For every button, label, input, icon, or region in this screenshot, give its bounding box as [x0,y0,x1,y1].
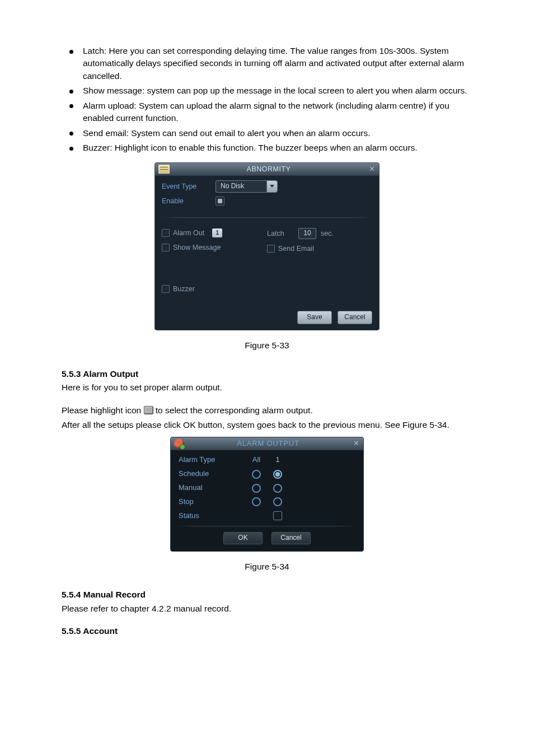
bullet-item: Show message: system can pop up the mess… [62,85,472,97]
para-alarm-output-3: After all the setups please click OK but… [62,419,472,431]
bullet-item: Alarm upload: System can upload the alar… [62,100,472,125]
event-type-select[interactable]: No Disk [216,180,278,193]
alarm-out-checkbox[interactable] [162,229,170,237]
alarm-out-channel-1[interactable]: 1 [212,228,222,237]
chevron-down-icon[interactable] [266,181,277,192]
status-1-indicator [273,511,282,520]
bullet-list: Latch: Here you can set corresponding de… [62,45,472,155]
stop-1-radio[interactable] [273,497,282,506]
cancel-button[interactable]: Cancel [271,532,311,544]
col-1: 1 [267,455,288,465]
close-icon[interactable]: ✕ [368,164,376,174]
abnormity-dialog: ABNORMITY ✕ Event Type No Disk Enable [154,162,380,330]
para-alarm-output-2: Please highlight icon to select the corr… [62,404,472,417]
show-message-checkbox[interactable] [162,244,170,251]
alarm-output-system-icon [174,438,184,449]
bullet-item: Send email: System can send out email to… [62,127,472,139]
abnormity-titlebar: ABNORMITY ✕ [155,163,379,176]
row-label-schedule: Schedule [179,469,246,479]
manual-all-radio[interactable] [252,484,261,493]
event-type-label: Event Type [162,181,216,192]
separator [176,526,358,526]
figure-caption-534: Figure 5-34 [62,561,472,573]
row-label-status: Status [179,511,246,521]
figure-caption-533: Figure 5-33 [62,339,472,352]
send-email-label: Send Email [278,244,314,254]
alarm-output-dialog: ALARM OUTPUT ✕ Alarm Type All 1 Schedule… [170,437,364,551]
row-label-stop: Stop [179,497,246,507]
bullet-item: Buzzer: Highlight icon to enable this fu… [62,142,472,154]
latch-input[interactable]: 10 [298,228,316,239]
abnormity-body: Event Type No Disk Enable Alarm Out 1 [155,176,379,330]
buzzer-label: Buzzer [173,284,195,294]
abnormity-system-icon [158,165,170,174]
stop-all-radio[interactable] [252,497,261,506]
heading-manual-record: 5.5.4 Manual Record [62,589,472,601]
enable-label: Enable [162,196,216,206]
event-type-value: No Disk [216,181,266,191]
para-manual-record: Please refer to chapter 4.2.2 manual rec… [62,603,472,615]
ok-button[interactable]: OK [223,532,263,544]
schedule-1-radio[interactable] [273,470,282,479]
para-alarm-output-2b: to select the corresponding alarm output… [156,405,313,415]
col-all: All [246,455,267,465]
highlight-icon [144,406,153,414]
latch-label: Latch [267,228,294,239]
close-icon[interactable]: ✕ [352,438,360,449]
alarm-output-title: ALARM OUTPUT [184,438,352,449]
send-email-checkbox[interactable] [267,245,275,253]
latch-unit: sec. [321,228,334,239]
row-label-manual: Manual [179,483,246,493]
alarm-output-titlebar: ALARM OUTPUT ✕ [171,437,363,450]
alarm-out-label: Alarm Out [173,228,204,238]
alarm-output-table: Alarm Type All 1 Schedule Manual Stop St… [179,455,355,521]
row-label-alarm-type: Alarm Type [179,455,246,465]
buzzer-checkbox[interactable] [162,285,170,293]
show-message-label: Show Message [173,242,221,253]
para-alarm-output-2a: Please highlight icon [62,405,144,415]
heading-account: 5.5.5 Account [62,625,472,637]
save-button[interactable]: Save [297,311,332,324]
para-alarm-output-1: Here is for you to set proper alarm outp… [62,381,472,394]
heading-alarm-output: 5.5.3 Alarm Output [62,368,472,380]
alarm-output-body: Alarm Type All 1 Schedule Manual Stop St… [171,450,363,550]
schedule-all-radio[interactable] [252,470,261,479]
manual-1-radio[interactable] [273,484,282,493]
separator [162,217,372,218]
abnormity-title: ABNORMITY [170,164,368,174]
enable-checkbox[interactable] [216,197,224,206]
bullet-item: Latch: Here you can set corresponding de… [62,45,472,82]
cancel-button[interactable]: Cancel [338,311,372,324]
